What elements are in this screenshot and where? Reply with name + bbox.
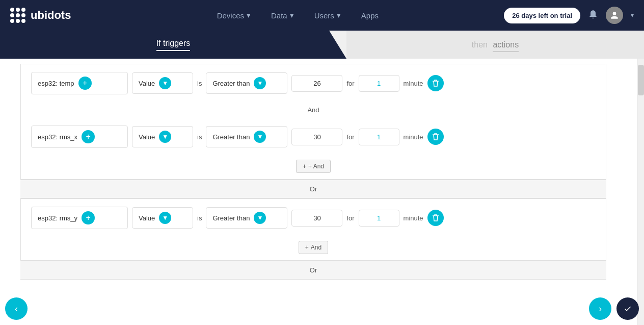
nav-apps[interactable]: Apps xyxy=(351,0,389,31)
and-divider-1: And xyxy=(21,102,606,118)
condition-select-2[interactable]: Greater than ▼ xyxy=(206,126,287,147)
nav-links: Devices ▾ Data ▾ Users ▾ Apps xyxy=(91,0,504,31)
property-label-2: Value xyxy=(139,133,155,141)
condition-select-1[interactable]: Greater than ▼ xyxy=(206,72,287,94)
condition-label-1: Greater than xyxy=(212,80,250,87)
scrollbar-thumb[interactable] xyxy=(638,65,644,95)
next-button[interactable]: › xyxy=(589,297,611,320)
chevron-down-icon: ▼ xyxy=(162,133,168,140)
plus-icon: + xyxy=(83,79,87,88)
trigger-row-2: esp32: rms_x + Value ▼ is Greater than ▼ xyxy=(21,118,606,156)
is-label-1: is xyxy=(197,80,202,87)
brand-logo[interactable]: ubidots xyxy=(10,8,71,23)
trigger-row-3: esp32: rms_y + Value ▼ is Greater than ▼ xyxy=(21,199,606,237)
device-field-2[interactable]: esp32: rms_x + xyxy=(31,126,128,148)
minute-label-3: minute xyxy=(404,214,423,222)
property-select-2[interactable]: Value ▼ xyxy=(132,126,193,147)
chevron-down-icon: ▼ xyxy=(162,80,168,87)
device-label-1: esp32: temp xyxy=(38,80,74,87)
is-label-3: is xyxy=(197,214,202,222)
chevron-down-icon: ▼ xyxy=(257,80,263,87)
condition-arrow-3: ▼ xyxy=(254,212,266,224)
add-device-btn-1[interactable]: + xyxy=(78,77,92,90)
value-input-2[interactable] xyxy=(291,129,342,145)
value-input-3[interactable] xyxy=(291,210,342,227)
condition-arrow-2: ▼ xyxy=(254,131,266,143)
nav-users[interactable]: Users ▾ xyxy=(304,0,351,31)
duration-input-2[interactable] xyxy=(359,129,399,145)
delete-btn-1[interactable] xyxy=(427,75,444,91)
scrollbar-track[interactable] xyxy=(637,59,644,325)
trigger-row-1: esp32: temp + Value ▼ is Greater than ▼ xyxy=(21,64,606,102)
add-and-btn-1[interactable]: + + And xyxy=(296,160,331,173)
minute-label-2: minute xyxy=(404,133,423,141)
forward-btns-container: › xyxy=(589,297,639,320)
add-and-container-2: + And xyxy=(21,237,606,260)
property-label-3: Value xyxy=(139,214,155,222)
add-device-btn-3[interactable]: + xyxy=(82,211,95,224)
tab-actions-label: then actions xyxy=(472,40,519,49)
avatar[interactable] xyxy=(606,7,623,24)
triggers-container: esp32: temp + Value ▼ is Greater than ▼ xyxy=(0,59,622,285)
delete-btn-2[interactable] xyxy=(427,129,444,145)
plus-icon: + xyxy=(303,163,306,170)
tab-triggers[interactable]: If triggers xyxy=(0,31,346,59)
device-field-1[interactable]: esp32: temp + xyxy=(31,72,128,94)
condition-arrow-1: ▼ xyxy=(254,77,266,89)
trigger-group-1: esp32: temp + Value ▼ is Greater than ▼ xyxy=(20,64,606,180)
minute-label-1: minute xyxy=(404,80,423,87)
back-btn-container: ‹ xyxy=(5,297,28,320)
chevron-down-icon: ▼ xyxy=(162,214,168,221)
delete-btn-3[interactable] xyxy=(427,210,444,226)
main-content: esp32: temp + Value ▼ is Greater than ▼ xyxy=(0,59,644,325)
condition-label-3: Greater than xyxy=(212,214,250,222)
device-label-3: esp32: rms_y xyxy=(38,214,77,222)
brand-name: ubidots xyxy=(31,9,71,22)
chevron-down-icon: ▾ xyxy=(337,11,341,20)
nav-data[interactable]: Data ▾ xyxy=(261,0,304,31)
back-button[interactable]: ‹ xyxy=(5,297,28,320)
for-label-2: for xyxy=(346,133,354,141)
avatar-dropdown-icon[interactable]: ▾ xyxy=(631,12,634,19)
navbar: ubidots Devices ▾ Data ▾ Users ▾ Apps 26… xyxy=(0,0,644,31)
confirm-button[interactable] xyxy=(616,297,639,320)
add-device-btn-2[interactable]: + xyxy=(82,130,95,143)
chevron-down-icon: ▾ xyxy=(247,11,251,20)
add-and-btn-2[interactable]: + And xyxy=(299,241,328,254)
value-input-1[interactable] xyxy=(291,75,342,92)
for-label-3: for xyxy=(346,214,354,222)
nav-devices[interactable]: Devices ▾ xyxy=(207,0,261,31)
next-icon: › xyxy=(599,304,602,314)
chevron-down-icon: ▼ xyxy=(257,214,263,221)
tabs-bar: If triggers then actions xyxy=(0,31,644,59)
device-label-2: esp32: rms_x xyxy=(38,133,77,141)
condition-select-3[interactable]: Greater than ▼ xyxy=(206,207,287,229)
bell-icon[interactable] xyxy=(588,9,598,22)
nav-right: 26 days left on trial ▾ xyxy=(504,7,634,24)
plus-icon: + xyxy=(86,132,90,141)
trial-button[interactable]: 26 days left on trial xyxy=(504,8,580,23)
for-label-1: for xyxy=(346,80,354,87)
property-arrow-1: ▼ xyxy=(159,77,171,89)
trigger-group-2: esp32: rms_y + Value ▼ is Greater than ▼ xyxy=(20,198,606,261)
is-label-2: is xyxy=(197,133,202,141)
property-label-1: Value xyxy=(139,80,155,87)
tab-triggers-label: If triggers xyxy=(156,39,191,51)
device-field-3[interactable]: esp32: rms_y + xyxy=(31,207,128,229)
back-icon: ‹ xyxy=(15,304,18,314)
or-divider-2: Or xyxy=(20,261,606,280)
chevron-down-icon: ▼ xyxy=(257,133,263,140)
condition-label-2: Greater than xyxy=(212,133,250,141)
duration-input-1[interactable] xyxy=(359,75,399,92)
property-arrow-3: ▼ xyxy=(159,212,171,224)
tab-actions[interactable]: then actions xyxy=(346,31,644,59)
plus-icon: + xyxy=(86,213,90,222)
or-divider-1: Or xyxy=(20,180,606,198)
property-select-3[interactable]: Value ▼ xyxy=(132,207,193,229)
plus-icon: + xyxy=(305,244,309,251)
duration-input-3[interactable] xyxy=(359,210,399,227)
chevron-down-icon: ▾ xyxy=(290,11,294,20)
add-and-container-1: + + And xyxy=(21,156,606,179)
property-arrow-2: ▼ xyxy=(159,131,171,143)
property-select-1[interactable]: Value ▼ xyxy=(132,72,193,94)
